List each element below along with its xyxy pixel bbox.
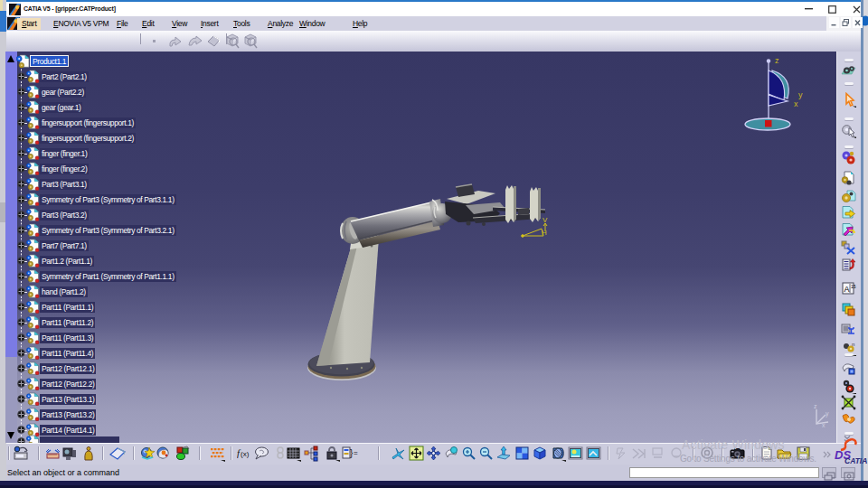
svg-text:A: A (844, 285, 850, 294)
svg-text:n: n (852, 342, 854, 347)
svg-text:z: z (775, 56, 779, 65)
svg-text:V: V (542, 216, 548, 224)
svg-text:z: z (814, 403, 817, 409)
svg-text:y: y (826, 410, 829, 418)
svg-text:H: H (542, 229, 547, 237)
svg-text:x: x (794, 99, 798, 108)
svg-text:(x): (x) (241, 450, 250, 458)
svg-text:y: y (798, 90, 803, 99)
svg-text:=: = (354, 449, 358, 457)
svg-text:x: x (822, 422, 826, 428)
svg-text:15: 15 (851, 284, 856, 289)
